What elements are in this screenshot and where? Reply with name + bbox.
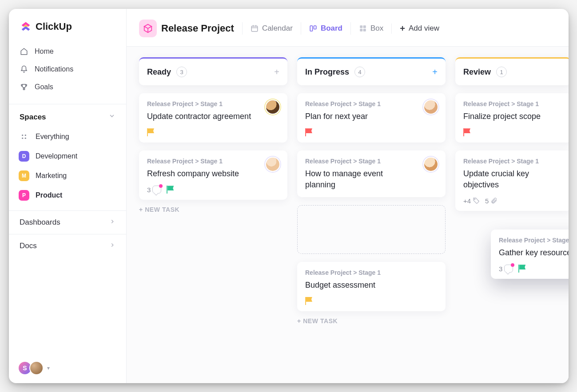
- dashboards-label: Dashboards: [20, 218, 60, 227]
- task-card[interactable]: Release Project > Stage 1 Budget assessm…: [297, 262, 446, 311]
- column-title: Review: [463, 67, 491, 77]
- card-breadcrumb: Release Project > Stage 1: [463, 158, 563, 165]
- main-content: Release Project Calendar Board: [127, 9, 569, 383]
- tab-box[interactable]: Box: [350, 22, 391, 35]
- nav-goals-label: Goals: [35, 83, 53, 91]
- svg-rect-10: [360, 25, 362, 28]
- chevron-right-icon: [109, 218, 115, 227]
- nav-dashboards[interactable]: Dashboards: [9, 210, 126, 234]
- svg-rect-8: [310, 26, 312, 31]
- subtask-icon: [473, 197, 480, 204]
- column-header: In Progress 4 +: [297, 57, 446, 85]
- tab-label: Box: [370, 24, 383, 33]
- add-card-button[interactable]: +: [274, 67, 279, 76]
- add-view-label: Add view: [409, 24, 439, 33]
- tab-label: Calendar: [262, 24, 293, 33]
- card-title: Refresh company website: [147, 168, 254, 179]
- tab-label: Board: [321, 24, 342, 33]
- task-card[interactable]: Release Project > Stage 1 Finalize proje…: [455, 93, 569, 143]
- caret-down-icon: ▾: [47, 365, 50, 371]
- spaces-header[interactable]: Spaces: [9, 104, 126, 127]
- svg-rect-12: [360, 29, 362, 32]
- new-task-button[interactable]: + NEW TASK: [139, 206, 287, 213]
- avatar: [423, 157, 438, 172]
- brand-name: ClickUp: [36, 21, 72, 32]
- project-title: Release Project: [161, 23, 234, 34]
- avatar: [423, 99, 438, 115]
- user-switcher[interactable]: S ▾: [9, 353, 126, 383]
- task-card[interactable]: Release Project > Stage 1 Update crucial…: [455, 150, 569, 210]
- space-development[interactable]: D Development: [9, 147, 126, 166]
- calendar-icon: [251, 24, 259, 32]
- view-tabs: Calendar Board Box + Add view: [242, 22, 439, 35]
- space-label: Marketing: [36, 172, 67, 180]
- nav-home[interactable]: Home: [13, 43, 122, 60]
- card-title: Update contractor agreement: [147, 111, 254, 122]
- nav-docs[interactable]: Docs: [9, 234, 126, 257]
- svg-point-1: [25, 135, 26, 136]
- column-count: 4: [354, 67, 365, 77]
- nav-goals[interactable]: Goals: [13, 78, 122, 96]
- svg-rect-11: [363, 25, 366, 28]
- nav-notifications-label: Notifications: [35, 65, 73, 73]
- chevron-down-icon: [108, 112, 115, 122]
- svg-rect-13: [363, 29, 366, 32]
- column-in-progress: In Progress 4 + Release Project > Stage …: [297, 57, 446, 372]
- chevron-right-icon: [109, 242, 115, 250]
- task-card[interactable]: Release Project > Stage 1 Plan for next …: [297, 93, 446, 143]
- add-card-button[interactable]: +: [432, 67, 438, 76]
- space-product[interactable]: P Product: [9, 186, 126, 205]
- tab-calendar[interactable]: Calendar: [242, 22, 301, 35]
- space-everything[interactable]: Everything: [9, 127, 126, 147]
- space-marketing[interactable]: M Marketing: [9, 166, 126, 186]
- column-header: Review 1: [455, 57, 569, 85]
- board: Ready 3 + Release Project > Stage 1 Upda…: [127, 47, 569, 383]
- card-title: Finalize project scope: [463, 111, 563, 122]
- add-view-button[interactable]: + Add view: [391, 24, 439, 34]
- column-review: Review 1 Release Project > Stage 1 Final…: [455, 57, 569, 372]
- column-ready: Ready 3 + Release Project > Stage 1 Upda…: [139, 57, 287, 372]
- card-title: How to manage event planning: [305, 168, 412, 190]
- plus-icon: +: [400, 24, 405, 34]
- column-count: 3: [176, 67, 187, 77]
- project-icon[interactable]: [139, 20, 157, 37]
- comment-count: 3: [147, 186, 161, 194]
- new-task-button[interactable]: + NEW TASK: [297, 317, 446, 325]
- card-title: Gather key resources: [499, 247, 569, 258]
- flag-icon: [167, 186, 175, 194]
- comment-count: 3: [499, 265, 513, 273]
- trophy-icon: [20, 83, 28, 91]
- card-title: Plan for next year: [305, 111, 412, 122]
- svg-rect-4: [251, 26, 258, 32]
- comment-icon: [504, 265, 513, 273]
- task-card[interactable]: Release Project > Stage 1 Update contrac…: [139, 93, 287, 143]
- card-title: Update crucial key objectives: [463, 168, 563, 190]
- space-badge: D: [19, 151, 29, 162]
- card-breadcrumb: Release Project > Stage 1: [305, 269, 438, 276]
- column-count: 1: [496, 67, 507, 77]
- clickup-logo-icon: [20, 20, 32, 33]
- svg-point-2: [22, 138, 23, 139]
- task-card[interactable]: Release Project > Stage 1 How to manage …: [297, 150, 446, 197]
- space-label: Development: [36, 152, 77, 160]
- column-header: Ready 3 +: [139, 57, 287, 85]
- flag-icon: [305, 297, 313, 305]
- grid-icon: [19, 131, 29, 142]
- attachment-icon: [490, 197, 497, 204]
- space-everything-label: Everything: [36, 133, 69, 141]
- brand-logo[interactable]: ClickUp: [9, 9, 126, 40]
- task-card[interactable]: Release Project > Stage 1 Refresh compan…: [139, 150, 287, 200]
- nav-notifications[interactable]: Notifications: [13, 60, 122, 78]
- card-breadcrumb: Release Project > Stage 1: [499, 237, 569, 244]
- tab-board[interactable]: Board: [301, 22, 350, 35]
- avatar: [265, 157, 280, 172]
- flag-icon: [518, 265, 526, 273]
- space-badge: P: [19, 190, 29, 201]
- drop-zone[interactable]: [297, 205, 446, 254]
- card-breadcrumb: Release Project > Stage 1: [305, 100, 438, 107]
- svg-point-3: [25, 138, 26, 139]
- avatar: [265, 99, 280, 115]
- dragging-card[interactable]: Release Project > Stage 1 Gather key res…: [491, 230, 569, 279]
- board-icon: [309, 24, 317, 32]
- box-icon: [359, 24, 367, 32]
